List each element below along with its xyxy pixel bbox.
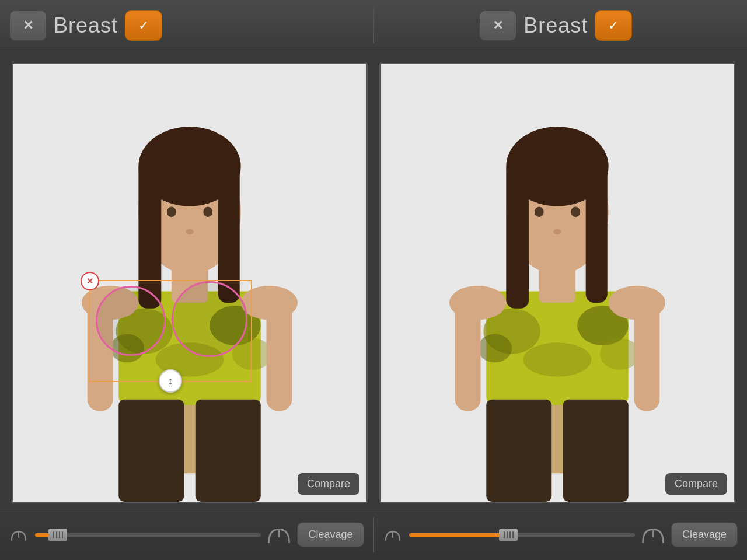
svg-point-35 <box>535 206 544 217</box>
svg-rect-19 <box>266 297 292 411</box>
svg-point-37 <box>553 229 561 235</box>
left-compare-button[interactable]: Compare <box>298 473 359 495</box>
left-slider-track[interactable] <box>35 533 261 537</box>
svg-point-29 <box>600 338 640 370</box>
left-panel-title: Breast <box>54 13 118 38</box>
svg-rect-43 <box>563 400 629 502</box>
right-cleavage-button[interactable]: Cleavage <box>671 522 738 547</box>
left-bottom-section: Cleavage <box>0 522 374 547</box>
main-content: Compare <box>0 51 747 509</box>
right-slider-thumb[interactable] <box>499 528 518 541</box>
right-cancel-button[interactable]: ✕ <box>479 10 516 41</box>
right-toolbar-section: ✕ Breast ✓ <box>374 10 738 41</box>
right-compare-button[interactable]: Compare <box>665 473 727 495</box>
svg-rect-21 <box>196 400 261 502</box>
svg-rect-33 <box>506 161 529 309</box>
bottom-toolbar: Cleavage Cl <box>0 509 747 560</box>
svg-rect-34 <box>586 161 608 303</box>
right-confirm-button[interactable]: ✓ <box>595 10 632 41</box>
svg-rect-41 <box>634 297 659 411</box>
right-person-image <box>381 64 734 502</box>
svg-point-15 <box>186 229 194 235</box>
left-person-image <box>13 64 366 502</box>
left-slider-thumb[interactable] <box>48 528 67 541</box>
left-cleavage-button[interactable]: Cleavage <box>297 522 364 547</box>
right-bottom-section: Cleavage <box>374 522 748 547</box>
svg-point-36 <box>571 206 580 217</box>
svg-point-28 <box>478 334 512 363</box>
top-toolbar: ✕ Breast ✓ ✕ Breast ✓ <box>0 0 747 51</box>
right-image-container: Compare <box>379 63 735 503</box>
left-breast-large-icon <box>268 525 290 545</box>
svg-rect-42 <box>486 400 551 502</box>
right-panel: Compare <box>379 63 735 503</box>
right-slider-fill <box>409 533 511 537</box>
left-cancel-button[interactable]: ✕ <box>9 10 47 41</box>
left-image-container: Compare <box>12 63 368 503</box>
right-slider-track[interactable] <box>409 533 635 537</box>
left-confirm-button[interactable]: ✓ <box>125 10 162 41</box>
svg-rect-11 <box>138 161 161 309</box>
svg-point-7 <box>232 338 272 370</box>
svg-rect-12 <box>218 161 240 303</box>
svg-rect-40 <box>455 297 481 411</box>
left-panel: Compare <box>12 63 368 503</box>
svg-point-5 <box>156 342 224 376</box>
svg-rect-20 <box>118 400 184 502</box>
right-breast-small-icon <box>383 527 402 543</box>
svg-rect-18 <box>88 297 113 411</box>
svg-point-27 <box>523 342 592 376</box>
svg-point-6 <box>110 334 144 363</box>
svg-point-13 <box>167 206 176 217</box>
left-toolbar-section: ✕ Breast ✓ <box>9 10 374 41</box>
svg-point-14 <box>203 206 212 217</box>
right-breast-large-icon <box>642 525 664 545</box>
left-breast-small-icon <box>9 527 28 543</box>
right-panel-title: Breast <box>523 13 588 38</box>
